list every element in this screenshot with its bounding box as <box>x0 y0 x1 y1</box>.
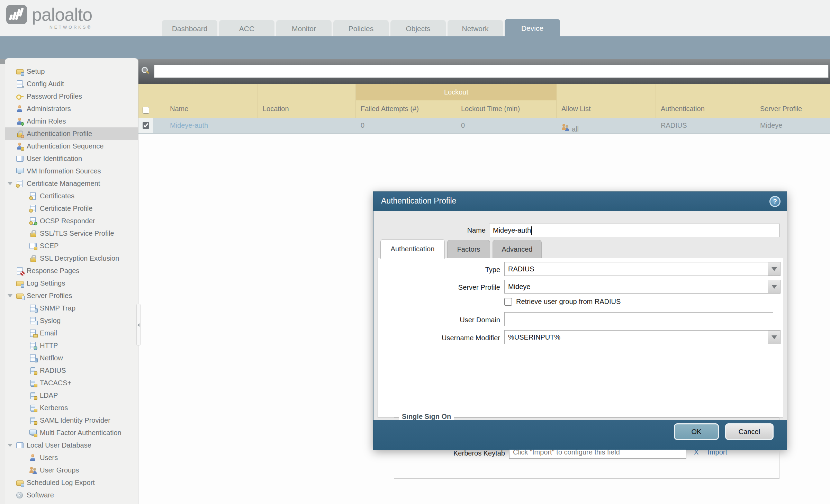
sidebar-item-vm-information-sources[interactable]: VM Information Sources <box>5 165 138 177</box>
row-authentication: RADIUS <box>656 118 755 133</box>
sidebar-item-server-profiles[interactable]: Server Profiles <box>5 289 138 302</box>
expander-triangle-icon[interactable] <box>8 294 12 297</box>
sidebar-item-authentication-profile[interactable]: Authentication Profile <box>5 127 138 140</box>
username-modifier-select[interactable]: %USERINPUT% <box>504 330 781 344</box>
sidebar-item-tacacs[interactable]: TACACS+ <box>5 377 138 389</box>
dialog-tab-authentication[interactable]: Authentication <box>380 239 445 259</box>
sidebar-item-ldap[interactable]: LDAP <box>5 389 138 402</box>
sidebar-item-certificate-management[interactable]: Certificate Management <box>5 177 138 190</box>
email-icon <box>29 329 37 337</box>
dialog-tab-factors[interactable]: Factors <box>447 240 490 259</box>
ldap-icon <box>29 392 37 399</box>
nav-tab-policies[interactable]: Policies <box>333 20 389 37</box>
ok-button[interactable]: OK <box>674 423 719 440</box>
sidebar-item-user-identification[interactable]: User Identification <box>5 152 138 165</box>
col-header-lockout-time: Lockout Time (min) <box>456 105 520 118</box>
sidebar-item-ssl-decryption-exclusion[interactable]: SSL Decryption Exclusion <box>5 252 138 264</box>
kerberos-keytab-label: Kerberos Keytab <box>397 449 505 457</box>
sidebar-item-http[interactable]: HTTP <box>5 339 138 352</box>
sidebar-item-label: Users <box>40 454 58 462</box>
sidebar-item-user-groups[interactable]: User Groups <box>5 464 138 476</box>
type-select[interactable]: RADIUS <box>504 262 781 276</box>
nav-tab-dashboard[interactable]: Dashboard <box>162 20 217 37</box>
sidebar-item-certificate-profile[interactable]: Certificate Profile <box>5 202 138 215</box>
sidebar-item-label: TACACS+ <box>40 379 71 387</box>
name-input[interactable]: Mideye-auth <box>489 224 780 237</box>
sidebar-item-response-pages[interactable]: Response Pages <box>5 264 138 277</box>
nav-tab-device[interactable]: Device <box>505 19 560 37</box>
sidebar-item-radius[interactable]: RADIUS <box>5 364 138 377</box>
dialog-footer: OK Cancel <box>373 420 787 450</box>
chevron-down-icon[interactable] <box>768 331 780 344</box>
sidebar-item-log-settings[interactable]: Log Settings <box>5 277 138 289</box>
sidebar-item-email[interactable]: Email <box>5 327 138 339</box>
search-input[interactable] <box>154 65 829 78</box>
sidebar-item-label: Scheduled Log Export <box>27 479 95 487</box>
sidebar-item-label: Password Profiles <box>27 92 82 100</box>
table-row[interactable]: Mideye-auth 0 0 all RADIUS Mideye <box>138 118 830 134</box>
config-audit-icon <box>16 80 24 88</box>
nav-tab-objects[interactable]: Objects <box>390 20 446 37</box>
row-name-link[interactable]: Mideye-auth <box>153 118 258 133</box>
sidebar-item-config-audit[interactable]: Config Audit <box>5 78 138 90</box>
sidebar-item-ocsp-responder[interactable]: OCSP Responder <box>5 215 138 227</box>
sidebar-item-authentication-sequence[interactable]: Authentication Sequence <box>5 140 138 152</box>
sidebar-item-certificates[interactable]: Certificates <box>5 190 138 202</box>
server-profile-label: Server Profile <box>381 284 500 291</box>
sidebar-item-label: LDAP <box>40 392 58 399</box>
sidebar-item-kerberos[interactable]: Kerberos <box>5 402 138 414</box>
dialog-tabs: AuthenticationFactorsAdvanced <box>380 239 542 259</box>
nav-tab-network[interactable]: Network <box>448 20 503 37</box>
row-checkbox[interactable] <box>143 122 149 129</box>
software-icon <box>16 491 24 499</box>
sidebar-item-label: Certificates <box>40 192 74 200</box>
sidebar-item-netflow[interactable]: Netflow <box>5 352 138 364</box>
user-domain-input[interactable] <box>504 312 773 326</box>
cancel-button[interactable]: Cancel <box>725 423 774 440</box>
help-icon[interactable]: ? <box>769 196 781 207</box>
multi-factor-authentication-icon <box>29 429 37 436</box>
sidebar-item-administrators[interactable]: Administrators <box>5 102 138 115</box>
nav-tab-acc[interactable]: ACC <box>219 20 274 37</box>
paloalto-logo: paloalto NETWORKS® <box>6 5 92 30</box>
scheduled-log-export-icon <box>16 479 24 486</box>
sidebar-item-admin-roles[interactable]: Admin Roles <box>5 115 138 127</box>
server-profile-select[interactable]: Mideye <box>504 280 781 294</box>
sidebar-item-multi-factor-authentication[interactable]: Multi Factor Authentication <box>5 426 138 439</box>
sidebar-item-scep[interactable]: SCEP <box>5 240 138 252</box>
text-caret <box>531 226 532 235</box>
table-header: Name Location Failed Attempts (#) Lockou… <box>138 84 830 118</box>
user-identification-icon <box>16 155 24 162</box>
nav-tab-monitor[interactable]: Monitor <box>276 20 332 37</box>
dialog-tab-advanced[interactable]: Advanced <box>493 240 542 259</box>
sidebar-item-label: SSL/TLS Service Profile <box>40 230 114 237</box>
retrieve-user-group-checkbox[interactable] <box>504 298 512 306</box>
chevron-down-icon[interactable] <box>768 280 780 293</box>
sidebar-item-label: VM Information Sources <box>27 167 101 175</box>
sidebar-item-setup[interactable]: Setup <box>5 65 138 78</box>
select-all-checkbox[interactable] <box>143 107 149 114</box>
sidebar-item-saml-identity-provider[interactable]: SAML Identity Provider <box>5 414 138 426</box>
device-sidebar: SetupConfig AuditPassword ProfilesAdmini… <box>5 58 138 504</box>
sidebar-item-software[interactable]: Software <box>5 489 138 501</box>
sidebar-item-label: Authentication Profile <box>27 130 92 138</box>
sidebar-item-globalprotect-client[interactable]: GlobalProtect Client <box>5 501 138 504</box>
snmp-trap-icon <box>29 304 37 312</box>
expander-triangle-icon[interactable] <box>8 182 12 185</box>
sidebar-item-snmp-trap[interactable]: SNMP Trap <box>5 302 138 314</box>
certificate-management-icon <box>16 180 24 187</box>
chevron-down-icon[interactable] <box>768 262 780 276</box>
sidebar-item-password-profiles[interactable]: Password Profiles <box>5 90 138 102</box>
http-icon <box>29 342 37 349</box>
sidebar-item-ssl-tls-service-profile[interactable]: SSL/TLS Service Profile <box>5 227 138 240</box>
sidebar-collapse-handle[interactable] <box>136 304 141 345</box>
authentication-tab-panel: Type RADIUS Server Profile Mideye Retrie… <box>378 258 783 418</box>
sidebar-item-scheduled-log-export[interactable]: Scheduled Log Export <box>5 476 138 489</box>
local-user-database-icon <box>16 441 24 449</box>
sidebar-item-local-user-database[interactable]: Local User Database <box>5 439 138 451</box>
sidebar-item-users[interactable]: Users <box>5 451 138 464</box>
server-profiles-icon <box>16 292 24 299</box>
sidebar-item-syslog[interactable]: Syslog <box>5 314 138 327</box>
expander-triangle-icon[interactable] <box>8 444 12 447</box>
sidebar-item-label: RADIUS <box>40 367 66 375</box>
